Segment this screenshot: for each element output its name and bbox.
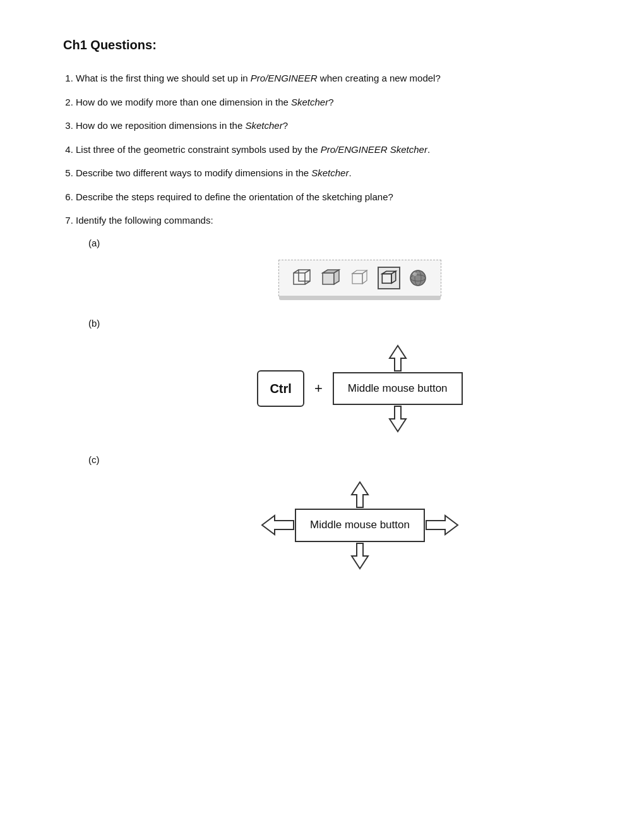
- svg-marker-23: [426, 516, 458, 535]
- question-1: What is the first thing we should set up…: [76, 70, 593, 87]
- up-arrow-c: [344, 481, 376, 509]
- svg-rect-5: [323, 273, 334, 284]
- diagram-c: Middle mouse button: [126, 481, 593, 570]
- question-5: Describe two different ways to modify di…: [76, 165, 593, 181]
- q1-text: What is the first thing we should set up…: [76, 73, 441, 83]
- question-4: List three of the geometric constraint s…: [76, 142, 593, 158]
- svg-marker-7: [334, 270, 339, 284]
- mmb-box-b: Middle mouse button: [333, 372, 463, 406]
- question-3: How do we reposition dimensions in the S…: [76, 118, 593, 134]
- svg-rect-1: [299, 270, 310, 281]
- svg-rect-11: [382, 274, 391, 283]
- sub-label-c: (c): [88, 452, 593, 468]
- sphere-icon: [407, 267, 429, 289]
- mmb-box-c: Middle mouse button: [295, 509, 425, 542]
- plus-sign: +: [314, 377, 323, 400]
- sub-item-b: (b) Ctrl + Middle mouse button: [76, 315, 593, 433]
- q2-text: How do we modify more than one dimension…: [76, 97, 334, 107]
- center-col-c: Middle mouse button: [295, 481, 425, 570]
- sub-item-c: (c) Middle mouse button: [76, 452, 593, 569]
- svg-marker-10: [362, 270, 367, 284]
- question-6: Describe the steps required to define th…: [76, 189, 593, 205]
- sub-item-a: (a): [76, 235, 593, 297]
- toolbar-diagram: [126, 260, 593, 296]
- right-arrow-c: [425, 513, 459, 537]
- sub-label-b: (b): [88, 315, 593, 332]
- mmb-with-arrows: Middle mouse button: [333, 344, 463, 433]
- cube-icon-2: [319, 267, 342, 289]
- down-arrow-b: [382, 405, 414, 433]
- svg-point-17: [413, 272, 417, 276]
- svg-point-14: [410, 270, 426, 286]
- up-arrow-b: [382, 344, 414, 372]
- question-2: How do we modify more than one dimension…: [76, 94, 593, 111]
- cube-icon-1: [290, 267, 313, 289]
- cube-icon-4: [378, 267, 400, 289]
- svg-rect-0: [294, 273, 305, 284]
- svg-marker-21: [352, 482, 368, 507]
- svg-marker-20: [262, 516, 294, 535]
- q4-text: List three of the geometric constraint s…: [76, 144, 430, 155]
- left-arrow-c: [261, 513, 295, 537]
- question-7: Identify the following commands: (a): [76, 212, 593, 570]
- q5-text: Describe two different ways to modify di…: [76, 167, 352, 178]
- q6-text: Describe the steps required to define th…: [76, 191, 393, 202]
- ctrl-key: Ctrl: [257, 370, 304, 407]
- down-arrow-c: [344, 542, 376, 570]
- svg-marker-22: [352, 543, 368, 569]
- svg-marker-19: [390, 406, 406, 432]
- svg-rect-8: [352, 274, 362, 284]
- q7-text: Identify the following commands:: [76, 215, 213, 226]
- page-title: Ch1 Questions:: [63, 38, 593, 52]
- svg-marker-18: [390, 346, 406, 371]
- toolbar-box: [278, 260, 441, 296]
- sub-label-a: (a): [88, 235, 593, 251]
- questions-list: What is the first thing we should set up…: [63, 70, 593, 570]
- diagram-b: Ctrl + Middle mouse button: [126, 344, 593, 433]
- svg-marker-13: [391, 271, 396, 283]
- q3-text: How do we reposition dimensions in the S…: [76, 120, 288, 131]
- cube-icon-3: [349, 267, 371, 289]
